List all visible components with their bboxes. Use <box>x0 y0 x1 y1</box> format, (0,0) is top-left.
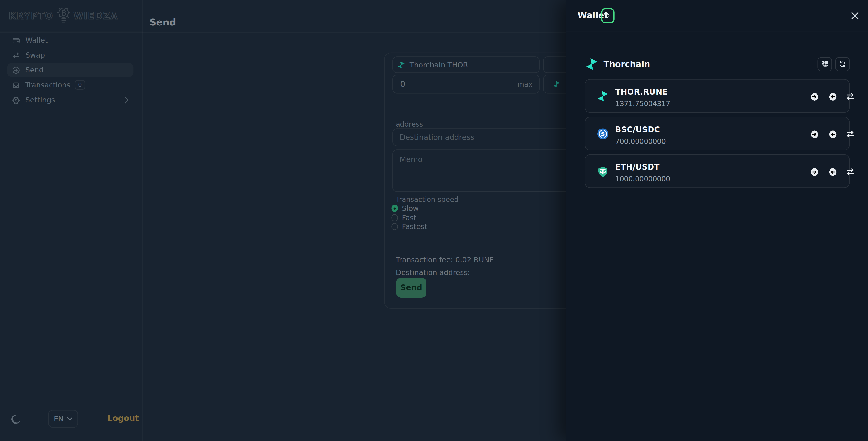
svg-text:$: $ <box>601 130 605 137</box>
asset-amount: 1371.75004317 <box>615 100 670 108</box>
swap-horizontal-icon[interactable] <box>846 131 855 138</box>
send-out-arrow-icon[interactable] <box>811 168 818 176</box>
wallet-drawer: Wallet Thorchain <box>566 0 868 441</box>
asset-amount: 1000.00000000 <box>615 175 670 183</box>
drawer-header: Wallet <box>566 0 868 32</box>
receive-arrow-icon[interactable] <box>830 93 837 100</box>
drawer-backdrop[interactable] <box>0 0 566 441</box>
swap-horizontal-icon[interactable] <box>846 168 855 175</box>
qr-code-icon[interactable] <box>818 57 832 71</box>
asset-symbol: BSC/USDC <box>615 125 660 134</box>
receive-arrow-icon[interactable] <box>830 168 837 176</box>
asset-symbol: ETH/USDT <box>615 163 660 172</box>
asset-row-thor-rune: THOR.RUNE 1371.75004317 <box>585 79 850 113</box>
asset-amount: 700.00000000 <box>615 137 666 145</box>
app-root: KRYPTO WIEDZA Wallet <box>0 0 868 441</box>
send-out-arrow-icon[interactable] <box>811 130 818 138</box>
chain-name: Thorchain <box>603 59 650 69</box>
asset-row-bsc-usdc: $ BSC/USDC 700.00000000 <box>585 117 850 150</box>
chain-section-header: Thorchain <box>566 57 868 71</box>
usdt-coin-icon <box>597 166 609 178</box>
receive-arrow-icon[interactable] <box>830 130 837 138</box>
thorchain-coin-icon <box>597 91 609 103</box>
close-icon[interactable] <box>851 11 859 20</box>
swap-horizontal-icon[interactable] <box>846 93 855 100</box>
usdc-coin-icon: $ <box>597 128 609 141</box>
chain-refresh-icon[interactable] <box>835 57 850 71</box>
asset-symbol: THOR.RUNE <box>615 88 668 97</box>
wallet-refresh-button[interactable] <box>601 8 615 23</box>
send-out-arrow-icon[interactable] <box>811 93 818 100</box>
thorchain-logo <box>586 58 598 70</box>
asset-row-eth-usdt: ETH/USDT 1000.00000000 <box>585 154 850 188</box>
